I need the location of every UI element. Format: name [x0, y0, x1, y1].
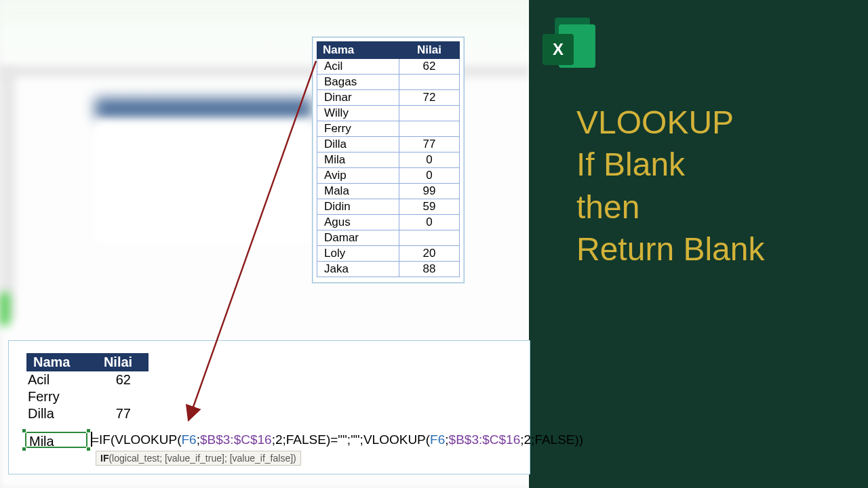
result-cell-nama: Dilla: [26, 405, 87, 422]
result-cell-nilai: [87, 388, 149, 405]
title-line-3: then: [576, 186, 764, 228]
result-row: Acil62: [26, 371, 149, 388]
cell-nilai: 20: [399, 246, 460, 262]
table-row: Dinar72: [317, 90, 460, 106]
cell-nama: Mala: [317, 184, 399, 199]
cell-nama: Willy: [317, 106, 399, 121]
data-table-card: Nama Nilai Acil62BagasDinar72WillyFerryD…: [312, 37, 465, 283]
cell-nilai: 59: [399, 199, 460, 215]
result-cell-nilai: 62: [87, 371, 149, 388]
title-line-4: Return Blank: [576, 228, 764, 270]
title-text: VLOOKUP If Blank then Return Blank: [576, 102, 764, 271]
table-row: Mila0: [317, 152, 460, 168]
tooltip-signature: (logical_test; [value_if_true]; [value_i…: [108, 453, 296, 464]
table-row: Agus0: [317, 215, 460, 230]
cell-nilai: 0: [399, 215, 460, 230]
blurred-ribbon: [0, 0, 529, 27]
cell-nama: Jaka: [317, 262, 399, 277]
cell-nilai: 99: [399, 184, 460, 199]
cell-nilai: [399, 75, 460, 90]
result-table: Nama Nilai Acil62FerryDilla77: [26, 353, 149, 422]
blurred-row-numbers: [0, 68, 15, 319]
cell-nilai: 0: [399, 152, 460, 168]
table-row: Ferry: [317, 121, 460, 137]
table-row: Bagas: [317, 75, 460, 90]
cell-nilai: [399, 121, 460, 137]
cell-nilai: 72: [399, 90, 460, 106]
cell-nama: Agus: [317, 215, 399, 230]
cell-nama: Acil: [317, 59, 399, 75]
cell-nama: Dinar: [317, 90, 399, 106]
table-row: Avip0: [317, 168, 460, 184]
col-header-nilai: Nilai: [399, 42, 460, 59]
table-row: Loly20: [317, 246, 460, 262]
cell-nama: Loly: [317, 246, 399, 262]
formula-tooltip: IF(logical_test; [value_if_true]; [value…: [96, 451, 301, 466]
cell-nilai: [399, 230, 460, 246]
table-row: Didin59: [317, 199, 460, 215]
cell-nama: Dilla: [317, 137, 399, 152]
cell-nilai: 62: [399, 59, 460, 75]
blurred-table-body: [95, 121, 312, 243]
col-header-nama: Nama: [317, 42, 399, 59]
selected-cell[interactable]: Mila: [25, 432, 87, 448]
table-row: Damar: [317, 230, 460, 246]
result-cell-nama: Ferry: [26, 388, 87, 405]
cell-nama: Mila: [317, 152, 399, 168]
result-header-nilai: Nilai: [87, 353, 149, 371]
table-row: Willy: [317, 106, 460, 121]
data-table: Nama Nilai Acil62BagasDinar72WillyFerryD…: [317, 41, 460, 277]
cell-nilai: 88: [399, 262, 460, 277]
excel-badge-letter: X: [542, 34, 574, 65]
cell-nama: Didin: [317, 199, 399, 215]
blurred-green-tab: [0, 293, 9, 325]
table-row: Jaka88: [317, 262, 460, 277]
blurred-table-header: [95, 98, 312, 119]
formula-bar-text[interactable]: =IF(VLOOKUP(F6;$B$3:$C$16;2;FALSE)="";""…: [92, 432, 583, 447]
formula-panel: Nama Nilai Acil62FerryDilla77 Mila =IF(V…: [8, 340, 530, 474]
result-cell-nilai: 77: [87, 405, 149, 422]
excel-icon: X: [536, 18, 597, 72]
cell-nilai: [399, 106, 460, 121]
cell-nama: Bagas: [317, 75, 399, 90]
result-cell-nama: Acil: [26, 371, 87, 388]
cell-nilai: 0: [399, 168, 460, 184]
result-header-nama: Nama: [26, 353, 87, 371]
table-row: Acil62: [317, 59, 460, 75]
cell-nama: Avip: [317, 168, 399, 184]
tooltip-fn: IF: [100, 453, 108, 464]
result-row: Dilla77: [26, 405, 149, 422]
title-line-1: VLOOKUP: [576, 102, 764, 144]
title-line-2: If Blank: [576, 144, 764, 186]
cell-nama: Ferry: [317, 121, 399, 137]
cell-nilai: 77: [399, 137, 460, 152]
table-row: Dilla77: [317, 137, 460, 152]
cell-nama: Damar: [317, 230, 399, 246]
result-row: Ferry: [26, 388, 149, 405]
table-row: Mala99: [317, 184, 460, 199]
